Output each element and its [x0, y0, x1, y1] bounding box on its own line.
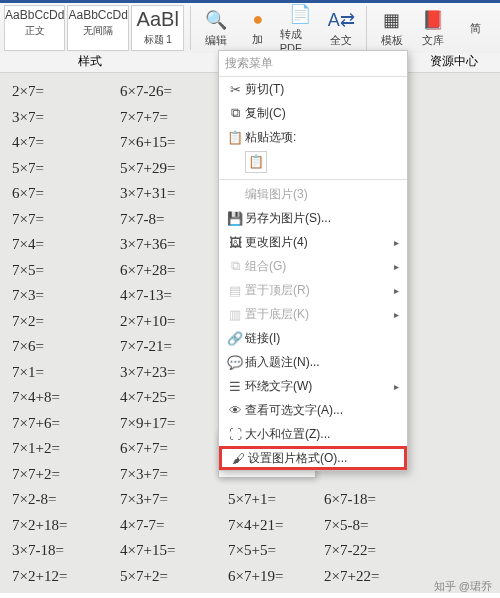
menu-size-position[interactable]: ⛶大小和位置(Z)... [219, 422, 407, 446]
add-button[interactable]: ●加 [238, 4, 278, 52]
library-button[interactable]: 📕文库 [414, 4, 454, 52]
style-heading1[interactable]: AaBl 标题 1 [131, 5, 185, 51]
text-icon: A⇄ [328, 9, 355, 31]
math-cell: 7×3+7= [120, 491, 228, 508]
size-icon: ⛶ [225, 427, 245, 442]
math-cell: 7×4= [12, 236, 120, 253]
paste-icon: 📋 [225, 130, 245, 145]
link-icon: 🔗 [225, 331, 245, 346]
fulltext-button[interactable]: A⇄全文 [321, 4, 361, 52]
math-cell: 7×4+8= [12, 389, 120, 406]
image-icon: 🖼 [225, 235, 245, 250]
paste-chip[interactable]: 📋 [245, 151, 267, 173]
copy-icon: ⧉ [225, 105, 245, 121]
save-icon: 💾 [225, 211, 245, 226]
cut-icon: ✂ [225, 82, 245, 97]
chevron-right-icon: ▸ [394, 237, 399, 248]
math-cell: 7×5= [12, 262, 120, 279]
math-cell: 7×7+6= [12, 415, 120, 432]
math-cell: 6×7-26= [120, 83, 228, 100]
menu-group: ⧉组合(G)▸ [219, 254, 407, 278]
book-icon: 📕 [422, 9, 444, 31]
math-cell: 4×7-13= [120, 287, 228, 304]
menu-cut[interactable]: ✂剪切(T) [219, 77, 407, 101]
grid-icon: ▦ [383, 9, 400, 31]
math-cell: 7×9+17= [120, 415, 228, 432]
math-cell: 6×7-18= [324, 491, 420, 508]
menu-wrap-text[interactable]: ☰环绕文字(W)▸ [219, 374, 407, 398]
math-cell: 3×7+23= [120, 364, 228, 381]
doc-row: 7×2+18=4×7-7=7×4+21=7×5-8= [12, 513, 500, 539]
caption-icon: 💬 [225, 355, 245, 370]
group-icon: ⧉ [225, 258, 245, 274]
math-cell: 2×7= [12, 83, 120, 100]
math-cell: 3×7= [12, 109, 120, 126]
back-icon: ▥ [225, 307, 245, 322]
doc-row: 7×2-8=7×3+7=5×7+1=6×7-18= [12, 487, 500, 513]
math-cell: 7×5+5= [228, 542, 324, 559]
math-cell: 3×7+36= [120, 236, 228, 253]
menu-edit-picture: 编辑图片(3) [219, 182, 407, 206]
menu-paste-options: 📋粘贴选项: [219, 125, 407, 149]
context-menu: 搜索菜单 ✂剪切(T) ⧉复制(C) 📋粘贴选项: 📋 编辑图片(3) 💾另存为… [218, 50, 408, 471]
menu-copy[interactable]: ⧉复制(C) [219, 101, 407, 125]
style-nospacing[interactable]: AaBbCcDd 无间隔 [67, 5, 128, 51]
menu-change-picture[interactable]: 🖼更改图片(4)▸ [219, 230, 407, 254]
menu-link[interactable]: 🔗链接(I) [219, 326, 407, 350]
math-cell: 7×1+2= [12, 440, 120, 457]
math-cell: 7×7+7= [120, 109, 228, 126]
pdf-button[interactable]: 📄转成PDF [280, 4, 320, 52]
doc-row: 3×7-18=4×7+15=7×5+5=7×7-22= [12, 538, 500, 564]
dot-icon: ● [252, 9, 263, 30]
simple-button[interactable]: 简 [455, 4, 495, 52]
alt-icon: 👁 [225, 403, 245, 418]
math-cell: 3×7-18= [12, 542, 120, 559]
section-styles-label: 样式 [78, 53, 102, 70]
menu-format-picture[interactable]: 🖌设置图片格式(O)... [219, 446, 407, 470]
math-cell: 6×7+28= [120, 262, 228, 279]
menu-save-as-picture[interactable]: 💾另存为图片(S)... [219, 206, 407, 230]
math-cell: 7×7= [12, 211, 120, 228]
menu-view-alt-text[interactable]: 👁查看可选文字(A)... [219, 398, 407, 422]
math-cell: 4×7= [12, 134, 120, 151]
math-cell: 5×7+29= [120, 160, 228, 177]
math-cell: 4×7+15= [120, 542, 228, 559]
math-cell: 2×7+22= [324, 568, 420, 585]
math-cell: 5×7= [12, 160, 120, 177]
watermark: 知乎 @珺乔 [434, 579, 492, 594]
edit-button[interactable]: 🔍编辑 [196, 4, 236, 52]
math-cell: 7×3= [12, 287, 120, 304]
front-icon: ▤ [225, 283, 245, 298]
math-cell: 5×7+2= [120, 568, 228, 585]
menu-bring-front: ▤置于顶层(R)▸ [219, 278, 407, 302]
menu-search[interactable]: 搜索菜单 [219, 51, 407, 77]
math-cell: 6×7+7= [120, 440, 228, 457]
math-cell: 4×7+25= [120, 389, 228, 406]
menu-send-back: ▥置于底层(K)▸ [219, 302, 407, 326]
math-cell: 6×7= [12, 185, 120, 202]
math-cell: 4×7-7= [120, 517, 228, 534]
math-cell: 7×7-22= [324, 542, 420, 559]
math-cell: 7×5-8= [324, 517, 420, 534]
paste-option-chips: 📋 [219, 149, 407, 177]
math-cell: 2×7+10= [120, 313, 228, 330]
math-cell: 7×7+2= [12, 466, 120, 483]
search-icon: 🔍 [205, 9, 227, 31]
math-cell: 7×1= [12, 364, 120, 381]
math-cell: 7×2+18= [12, 517, 120, 534]
template-button[interactable]: ▦模板 [372, 4, 412, 52]
section-res-label: 资源中心 [430, 53, 478, 70]
math-cell: 7×4+21= [228, 517, 324, 534]
style-normal[interactable]: AaBbCcDd 正文 [4, 5, 65, 51]
math-cell: 7×2= [12, 313, 120, 330]
math-cell: 3×7+31= [120, 185, 228, 202]
math-cell: 7×3+7= [120, 466, 228, 483]
math-cell: 7×2+12= [12, 568, 120, 585]
math-cell: 7×7-8= [120, 211, 228, 228]
math-cell: 5×7+1= [228, 491, 324, 508]
pdf-icon: 📄 [289, 3, 311, 25]
menu-caption[interactable]: 💬插入题注(N)... [219, 350, 407, 374]
math-cell: 7×2-8= [12, 491, 120, 508]
math-cell: 7×6= [12, 338, 120, 355]
math-cell: 7×6+15= [120, 134, 228, 151]
